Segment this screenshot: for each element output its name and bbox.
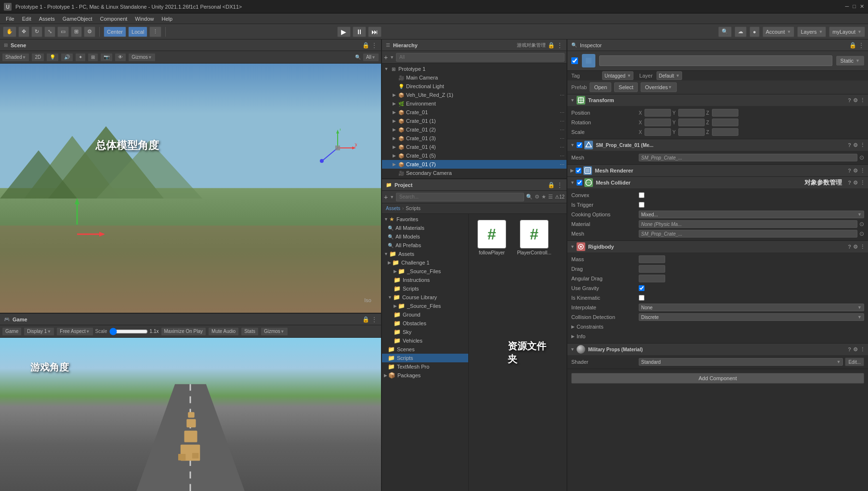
folder-all-materials[interactable]: 🔍 All Materials	[382, 224, 468, 232]
collision-detection-dropdown[interactable]: Discrete ▼	[639, 313, 864, 321]
scene-lighting-button[interactable]: 💡	[46, 53, 59, 62]
close-btn[interactable]: ✕	[860, 3, 864, 10]
aspect-dropdown[interactable]: Free Aspect ▼	[56, 327, 93, 336]
pause-button[interactable]: ⏸	[353, 27, 366, 37]
breadcrumb-scripts[interactable]: Scripts	[406, 206, 421, 211]
minimize-btn[interactable]: ─	[845, 3, 849, 10]
pos-y-input[interactable]: 0	[678, 109, 705, 117]
mesh-filter-mesh-ref[interactable]: SM_Prop_Crate_...	[639, 154, 857, 161]
info-row[interactable]: ▶ Info	[567, 332, 868, 341]
folder-scripts-1[interactable]: 📁 Scripts	[382, 284, 468, 293]
tree-item-crate-1[interactable]: ▶ 📦 Crate_01 (1) ⋯	[382, 117, 566, 125]
cloud-button[interactable]: ●	[750, 27, 760, 37]
transform-header[interactable]: ▼ Transform ? ⚙ ⋮	[567, 94, 868, 106]
grid-button[interactable]: ⋮	[149, 27, 161, 37]
scale-y-input[interactable]: 1	[678, 128, 705, 136]
scene-hidden-layers-button[interactable]: 👁	[115, 53, 126, 62]
pos-z-input[interactable]: 27.15	[712, 109, 738, 117]
breadcrumb-assets[interactable]: Assets	[386, 206, 400, 211]
folder-ground[interactable]: 📁 Ground	[382, 310, 468, 319]
mute-audio-btn[interactable]: Mute Audio	[208, 327, 239, 336]
layout-dropdown[interactable]: myLayout ▼	[829, 27, 865, 37]
transform-help-icon[interactable]: ?	[848, 97, 851, 103]
maximize-on-play-btn[interactable]: Maximize On Play	[161, 327, 207, 336]
hierarchy-add-chevron-icon[interactable]: ▼	[390, 55, 394, 60]
add-component-button[interactable]: Add Component	[571, 373, 864, 384]
rect-tool-button[interactable]: ▭	[57, 27, 69, 37]
scale-x-input[interactable]: 1	[644, 128, 671, 136]
mesh-renderer-more-icon[interactable]: ⋮	[860, 168, 865, 174]
rot-x-input[interactable]: 0	[644, 119, 671, 126]
menu-window[interactable]: Window	[131, 15, 158, 23]
search-button[interactable]: 🔍	[718, 27, 732, 37]
search-all-dropdown[interactable]: All ▼	[363, 53, 379, 62]
folder-instructions[interactable]: 📁 Instructions	[382, 276, 468, 284]
collider-mesh-target-icon[interactable]: ⊙	[859, 230, 864, 237]
mesh-filter-enabled[interactable]	[577, 142, 582, 148]
favorite-icon[interactable]: ★	[541, 194, 546, 200]
project-search-input[interactable]	[396, 193, 524, 201]
mesh-collider-settings-icon[interactable]: ⚙	[853, 180, 858, 186]
file-player-controller[interactable]: # PlayerControll...	[515, 218, 553, 257]
tree-item-crate-5[interactable]: ▶ 📦 Crate_01 (5) ⋯	[382, 151, 566, 160]
interpolate-dropdown[interactable]: None ▼	[639, 304, 864, 311]
tree-item-crate-4[interactable]: ▶ 📦 Crate_01 (4) ⋯	[382, 143, 566, 151]
scene-lock-icon[interactable]: 🔒	[362, 42, 369, 49]
tree-item-scene[interactable]: ▼ ⊞ Prototype 1	[382, 65, 566, 73]
custom-tool-button[interactable]: ⚙	[84, 27, 95, 37]
menu-help[interactable]: Help	[158, 15, 176, 23]
mesh-renderer-header[interactable]: ▶ Mesh Renderer ? ⚙ ⋮	[567, 165, 868, 176]
game-more-icon[interactable]: ⋮	[371, 316, 377, 323]
folder-favorites[interactable]: ▼ ★ Favorites	[382, 215, 468, 224]
scene-audio-button[interactable]: 🔊	[61, 53, 73, 62]
object-active-toggle[interactable]	[571, 57, 578, 64]
collider-material-ref[interactable]: None (Physic Ma...	[639, 220, 857, 228]
tree-item-environment[interactable]: ▶ 🌿 Environment	[382, 99, 566, 108]
material-header[interactable]: ▼ Military Props (Material) ? ⚙ ⋮	[567, 344, 868, 355]
angular-drag-input[interactable]: 0.05	[639, 275, 665, 282]
folder-obstacles[interactable]: 📁 Obstacles	[382, 319, 468, 328]
transform-more-icon[interactable]: ⋮	[860, 97, 865, 104]
drag-input[interactable]: 0	[639, 265, 665, 273]
game-display-dropdown[interactable]: Game	[2, 327, 22, 336]
display-number-dropdown[interactable]: Display 1 ▼	[24, 327, 54, 336]
folder-vehicles[interactable]: 📁 Vehicles	[382, 336, 468, 345]
inspector-more-icon[interactable]: ⋮	[858, 42, 864, 49]
local-button[interactable]: Local	[128, 27, 147, 37]
mesh-filter-target-icon[interactable]: ⊙	[859, 154, 864, 161]
play-button[interactable]: ▶	[337, 27, 351, 37]
mesh-renderer-settings-icon[interactable]: ⚙	[853, 168, 858, 174]
is-kinematic-checkbox[interactable]	[639, 295, 644, 301]
collab-button[interactable]: ☁	[735, 27, 747, 37]
mesh-filter-header[interactable]: ▼ SM_Prop_Crate_01 (Me... ? ⚙ ⋮	[567, 139, 868, 151]
rot-y-input[interactable]: 0	[678, 119, 705, 126]
rigidbody-header[interactable]: ▼ Rigidbody ? ⚙ ⋮	[567, 241, 868, 252]
rotate-tool-button[interactable]: ↻	[31, 27, 42, 37]
menu-edit[interactable]: Edit	[18, 15, 35, 23]
folder-sky[interactable]: 📁 Sky	[382, 328, 468, 336]
tree-item-vehicle[interactable]: ▶ 📦 Veh_Ute_Red_Z (1) ⋯	[382, 91, 566, 99]
static-toggle[interactable]: Static ▼	[836, 56, 864, 66]
tree-item-crate-0[interactable]: ▶ 📦 Crate_01 ⋯	[382, 108, 566, 117]
mesh-filter-help-icon[interactable]: ?	[848, 142, 851, 148]
transform-all-button[interactable]: ⊞	[71, 27, 82, 37]
material-help-icon[interactable]: ?	[848, 346, 851, 352]
constraints-row[interactable]: ▶ Constraints	[567, 322, 868, 332]
scene-fx-button[interactable]: ✦	[75, 53, 86, 62]
menu-gameobject[interactable]: GameObject	[59, 15, 96, 23]
object-name-input[interactable]: Crate_01 (7)	[599, 55, 832, 66]
scene-camera-button[interactable]: 📷	[100, 53, 113, 62]
rigidbody-help-icon[interactable]: ?	[848, 244, 851, 250]
collider-mesh-ref[interactable]: SM_Prop_Crate_...	[639, 230, 857, 238]
mass-input[interactable]: 1	[639, 255, 665, 263]
mesh-collider-more-icon[interactable]: ⋮	[860, 180, 865, 186]
prefab-select-button[interactable]: Select	[614, 82, 638, 92]
stats-btn[interactable]: Stats	[241, 327, 259, 336]
folder-source-files-1[interactable]: ▶ 📁 _Source_Files	[382, 267, 468, 276]
folder-source-files-2[interactable]: ▶ 📁 _Source_Files	[382, 302, 468, 310]
folder-assets[interactable]: ▼ 📁 Assets	[382, 250, 468, 258]
pos-x-input[interactable]: 0.79	[644, 109, 671, 117]
gizmos-dropdown[interactable]: Gizmos ▼	[128, 53, 156, 62]
scene-viewport[interactable]: Y X	[0, 64, 381, 313]
move-tool-button[interactable]: ✥	[18, 27, 29, 37]
